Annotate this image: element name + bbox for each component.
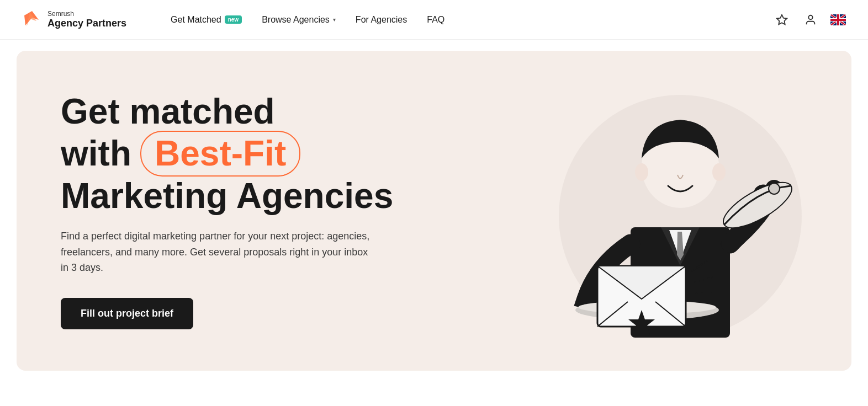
hero-title-line2: with Best-Fit [61, 131, 436, 176]
hero-illustration [509, 51, 851, 371]
fill-out-brief-button[interactable]: Fill out project brief [61, 298, 193, 329]
nav-icons [773, 11, 846, 29]
user-icon[interactable] [802, 11, 819, 29]
best-fit-badge: Best-Fit [140, 131, 300, 176]
hero-title: Get matched with Best-Fit Marketing Agen… [61, 92, 436, 215]
svg-point-3 [808, 15, 812, 19]
bookmark-icon[interactable] [773, 11, 791, 29]
language-flag-icon[interactable] [830, 14, 846, 25]
nav-faq[interactable]: FAQ [427, 15, 444, 25]
main-nav: Semrush Agency Partners Get Matched new … [0, 0, 868, 40]
hero-section: Get matched with Best-Fit Marketing Agen… [17, 51, 851, 371]
nav-browse-agencies[interactable]: Browse Agencies ▾ [262, 15, 336, 25]
hero-subtitle: Find a perfect digital marketing partner… [61, 228, 370, 276]
browse-agencies-chevron-icon: ▾ [333, 17, 336, 23]
nav-links: Get Matched new Browse Agencies ▾ For Ag… [171, 15, 751, 25]
semrush-logo-icon [22, 10, 42, 30]
hero-content: Get matched with Best-Fit Marketing Agen… [61, 92, 436, 330]
svg-marker-2 [777, 14, 787, 24]
svg-point-15 [769, 183, 780, 194]
svg-point-8 [635, 163, 648, 181]
nav-get-matched[interactable]: Get Matched new [171, 15, 242, 25]
logo-text: Semrush Agency Partners [47, 10, 126, 29]
hero-title-line3: Marketing Agencies [61, 177, 436, 215]
hero-title-line1: Get matched [61, 92, 436, 131]
logo[interactable]: Semrush Agency Partners [22, 10, 126, 30]
nav-for-agencies[interactable]: For Agencies [356, 15, 407, 25]
svg-point-9 [712, 163, 726, 181]
get-matched-badge: new [225, 15, 242, 24]
logo-agency-label: Agency Partners [47, 18, 126, 29]
hero-illustration-svg [520, 56, 840, 365]
logo-semrush-label: Semrush [47, 10, 126, 18]
